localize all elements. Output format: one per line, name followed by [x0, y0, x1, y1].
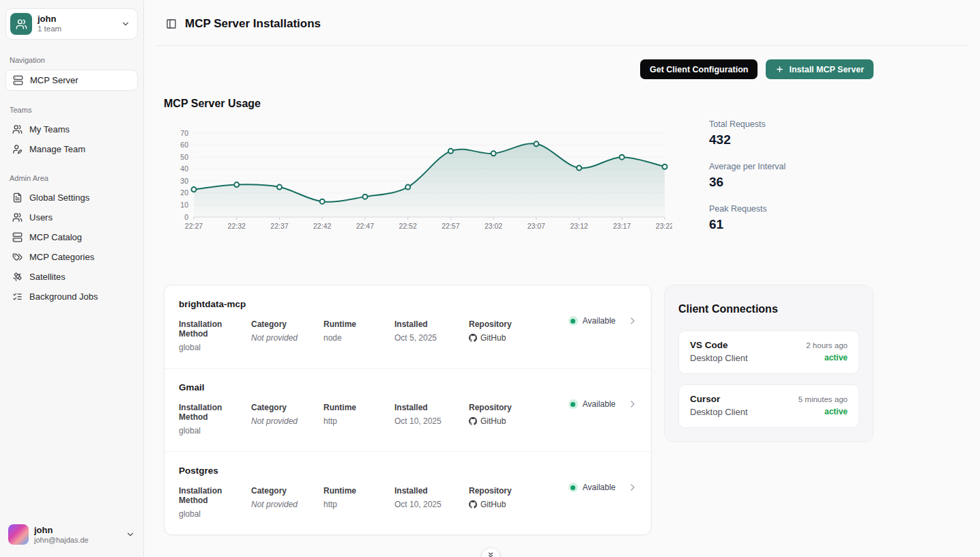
- column-label: Installation Method: [179, 319, 251, 339]
- usage-stats: Total Requests 432 Average per Interval …: [709, 119, 786, 246]
- page-title: MCP Server Installations: [185, 17, 321, 31]
- client-last-seen: 2 hours ago: [806, 341, 848, 349]
- users-icon: [16, 18, 27, 30]
- install-mcp-server-button[interactable]: Install MCP Server: [766, 59, 874, 79]
- sidebar: john 1 team Navigation MCP Server Teams …: [0, 0, 144, 557]
- column-label: Repository: [469, 403, 512, 412]
- client-type: Desktop Client: [690, 407, 748, 417]
- sidebar-item-label: MCP Server: [30, 75, 78, 85]
- runtime-value: http: [323, 500, 394, 509]
- sidebar-item-label: MCP Catalog: [29, 232, 82, 242]
- sidebar-item-manage-team[interactable]: Manage Team: [5, 139, 138, 159]
- satellite-icon: [12, 272, 23, 282]
- stat-label: Total Requests: [709, 119, 786, 129]
- repository-link[interactable]: GitHub: [469, 500, 512, 509]
- column-label: Category: [251, 486, 323, 496]
- sidebar-item-mcp-catalog[interactable]: MCP Catalog: [5, 227, 138, 247]
- column-label: Runtime: [323, 403, 394, 412]
- client-type: Desktop Client: [690, 353, 748, 363]
- users-icon: [12, 212, 23, 223]
- avatar: [8, 524, 29, 545]
- status-label: Available: [583, 316, 616, 326]
- team-name: john: [38, 14, 61, 25]
- server-row-gmail[interactable]: Gmail Installation Method global Categor…: [164, 368, 651, 451]
- client-card-cursor: Cursor 5 minutes ago Desktop Client acti…: [678, 384, 859, 428]
- sidebar-item-mcp-server[interactable]: MCP Server: [5, 70, 138, 91]
- column-label: Repository: [469, 319, 512, 329]
- svg-text:23:07: 23:07: [528, 222, 545, 230]
- get-client-configuration-button[interactable]: Get Client Configuration: [640, 59, 758, 79]
- svg-text:23:17: 23:17: [613, 222, 631, 230]
- svg-text:0: 0: [184, 213, 188, 221]
- column-label: Installed: [394, 319, 469, 329]
- svg-text:22:32: 22:32: [228, 222, 246, 230]
- user-name: john: [34, 525, 89, 536]
- team-avatar: [10, 13, 32, 35]
- users-icon: [12, 124, 23, 134]
- svg-text:70: 70: [180, 129, 188, 137]
- page-header: MCP Server Installations: [155, 0, 969, 46]
- column-label: Installed: [394, 486, 469, 496]
- list-checks-icon: [12, 291, 23, 302]
- client-connections-title: Client Connections: [678, 303, 859, 315]
- sidebar-item-satellites[interactable]: Satellites: [5, 267, 138, 287]
- svg-text:50: 50: [180, 153, 188, 161]
- column-label: Repository: [469, 486, 512, 496]
- github-icon: [469, 417, 477, 425]
- column-label: Runtime: [323, 319, 394, 329]
- repository-label: GitHub: [480, 500, 506, 509]
- sidebar-item-mcp-categories[interactable]: MCP Categories: [5, 247, 138, 267]
- repository-label: GitHub: [480, 333, 506, 343]
- chevron-down-icon: [126, 530, 135, 539]
- server-row-postgres[interactable]: Postgres Installation Method global Cate…: [164, 451, 651, 534]
- category-value: Not provided: [251, 500, 323, 509]
- installed-value: Oct 10, 2025: [394, 416, 469, 426]
- sidebar-item-label: Manage Team: [29, 144, 85, 154]
- sidebar-item-label: My Teams: [29, 124, 70, 134]
- server-list: brightdata-mcp Installation Method globa…: [164, 285, 652, 535]
- client-status: active: [824, 407, 848, 417]
- stat-value: 36: [709, 175, 786, 190]
- repository-link[interactable]: GitHub: [469, 416, 512, 426]
- repository-link[interactable]: GitHub: [469, 333, 512, 343]
- status-dot-icon: [568, 483, 578, 492]
- stat-total-requests: Total Requests 432: [709, 119, 786, 147]
- status-badge: Available: [568, 316, 616, 326]
- status-badge: Available: [568, 483, 616, 492]
- sidebar-item-my-teams[interactable]: My Teams: [5, 119, 138, 139]
- stat-label: Peak Requests: [709, 204, 786, 214]
- client-last-seen: 5 minutes ago: [798, 395, 848, 403]
- github-icon: [469, 500, 477, 509]
- main-content: MCP Server Installations Get Client Conf…: [144, 0, 980, 557]
- chevron-right-icon: [627, 482, 638, 493]
- plus-icon: [775, 65, 784, 74]
- button-label: Install MCP Server: [789, 65, 864, 74]
- sidebar-item-global-settings[interactable]: Global Settings: [5, 188, 138, 208]
- user-email: john@hajdas.de: [34, 536, 89, 544]
- status-label: Available: [583, 399, 616, 409]
- svg-text:22:27: 22:27: [185, 222, 203, 230]
- sidebar-item-users[interactable]: Users: [5, 208, 138, 227]
- sidebar-item-label: Background Jobs: [29, 291, 98, 302]
- user-pen-icon: [12, 144, 23, 154]
- user-menu[interactable]: john john@hajdas.de: [5, 522, 138, 547]
- column-label: Runtime: [323, 486, 394, 496]
- tags-icon: [12, 252, 23, 262]
- column-label: Category: [251, 403, 323, 412]
- panel-left-icon[interactable]: [166, 18, 177, 29]
- team-switcher[interactable]: john 1 team: [5, 8, 138, 40]
- column-label: Installed: [394, 403, 469, 412]
- sidebar-item-label: MCP Categories: [29, 252, 94, 262]
- server-icon: [12, 232, 23, 242]
- repository-label: GitHub: [480, 416, 506, 426]
- server-row-brightdata-mcp[interactable]: brightdata-mcp Installation Method globa…: [164, 285, 651, 368]
- sidebar-item-background-jobs[interactable]: Background Jobs: [5, 287, 138, 306]
- installation-method-value: global: [179, 426, 251, 435]
- chevron-down-icon: [121, 19, 130, 29]
- client-status: active: [824, 353, 848, 363]
- installed-value: Oct 10, 2025: [394, 500, 469, 509]
- svg-text:22:37: 22:37: [270, 222, 288, 230]
- status-dot-icon: [568, 316, 578, 326]
- usage-area-chart: 01020304050607022:2722:3222:3722:4222:47…: [164, 129, 672, 233]
- stat-value: 432: [709, 132, 786, 147]
